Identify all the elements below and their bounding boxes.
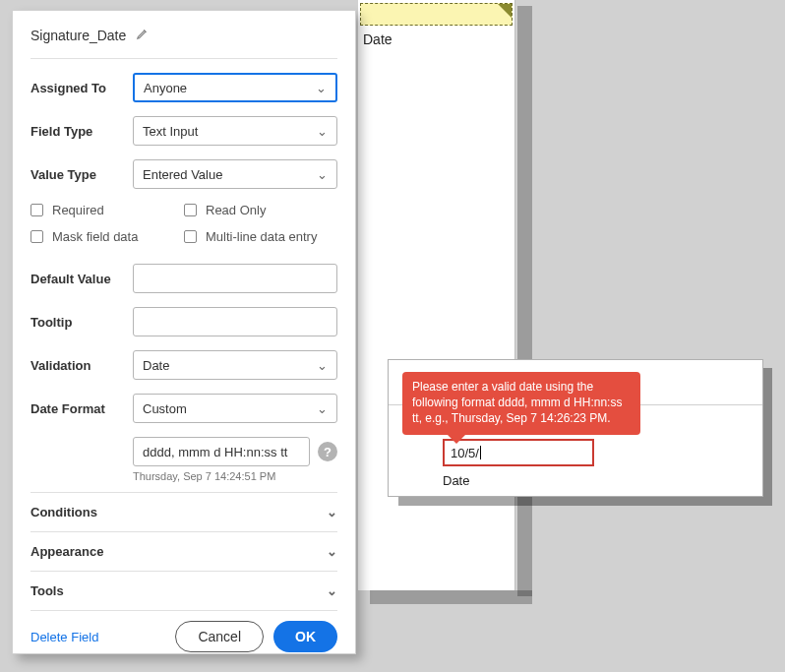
assigned-to-value: Anyone bbox=[144, 81, 187, 95]
chevron-down-icon: ⌄ bbox=[327, 583, 337, 598]
date-format-value: Custom bbox=[143, 401, 187, 416]
multiline-checkbox[interactable]: Multi-line data entry bbox=[184, 229, 337, 244]
required-label: Required bbox=[52, 203, 104, 217]
date-input-field[interactable]: 10/5/ bbox=[443, 439, 594, 466]
assigned-to-select[interactable]: Anyone ⌄ bbox=[133, 73, 337, 102]
readonly-label: Read Only bbox=[206, 203, 266, 217]
format-string-input[interactable]: dddd, mmm d HH:nn:ss tt bbox=[133, 437, 310, 466]
shadow bbox=[370, 590, 532, 604]
format-string-value: dddd, mmm d HH:nn:ss tt bbox=[143, 445, 287, 459]
format-preview-text: Thursday, Sep 7 14:24:51 PM bbox=[133, 470, 337, 482]
checkbox-icon bbox=[184, 230, 197, 243]
field-type-select[interactable]: Text Input ⌄ bbox=[133, 116, 337, 146]
value-type-value: Entered Value bbox=[143, 167, 222, 182]
default-value-label: Default Value bbox=[30, 272, 133, 286]
date-input-value: 10/5/ bbox=[451, 446, 479, 460]
value-type-label: Value Type bbox=[30, 167, 133, 182]
checkbox-icon bbox=[30, 230, 43, 243]
checkbox-icon bbox=[30, 204, 43, 216]
tooltip-input[interactable] bbox=[133, 307, 337, 336]
chevron-down-icon: ⌄ bbox=[317, 358, 328, 373]
ok-label: OK bbox=[295, 629, 316, 644]
chevron-down-icon: ⌄ bbox=[327, 505, 337, 519]
chevron-down-icon: ⌄ bbox=[317, 124, 328, 139]
conditions-label: Conditions bbox=[30, 505, 97, 519]
delete-field-link[interactable]: Delete Field bbox=[30, 630, 98, 644]
field-placeholder-label: Date bbox=[363, 31, 392, 47]
field-properties-panel: Signature_Date Assigned To Anyone ⌄ Fiel… bbox=[12, 10, 356, 654]
validation-value: Date bbox=[143, 358, 169, 373]
cancel-label: Cancel bbox=[198, 629, 241, 644]
checkbox-icon bbox=[184, 204, 197, 216]
validation-error-text: Please enter a valid date using the foll… bbox=[412, 380, 622, 425]
chevron-down-icon: ⌄ bbox=[327, 544, 337, 559]
required-checkbox[interactable]: Required bbox=[30, 203, 184, 217]
validation-error-tooltip: Please enter a valid date using the foll… bbox=[402, 372, 640, 435]
appearance-label: Appearance bbox=[30, 544, 103, 559]
chevron-down-icon: ⌄ bbox=[317, 401, 328, 416]
date-field-label: Date bbox=[443, 473, 469, 488]
date-format-label: Date Format bbox=[30, 401, 133, 416]
shadow bbox=[517, 6, 532, 596]
tools-label: Tools bbox=[30, 583, 64, 598]
tools-section[interactable]: Tools ⌄ bbox=[30, 571, 337, 611]
default-value-input[interactable] bbox=[133, 264, 337, 293]
mask-checkbox[interactable]: Mask field data bbox=[30, 229, 184, 244]
conditions-section[interactable]: Conditions ⌄ bbox=[30, 492, 337, 531]
divider bbox=[30, 58, 337, 59]
text-caret-icon bbox=[480, 446, 481, 459]
appearance-section[interactable]: Appearance ⌄ bbox=[30, 531, 337, 571]
chevron-down-icon: ⌄ bbox=[316, 81, 327, 95]
corner-fold-icon bbox=[498, 4, 512, 18]
field-type-value: Text Input bbox=[143, 124, 198, 139]
cancel-button[interactable]: Cancel bbox=[175, 621, 264, 652]
value-type-select[interactable]: Entered Value ⌄ bbox=[133, 159, 337, 189]
assigned-to-label: Assigned To bbox=[30, 81, 133, 95]
help-icon[interactable]: ? bbox=[318, 442, 337, 461]
chevron-down-icon: ⌄ bbox=[317, 167, 328, 182]
readonly-checkbox[interactable]: Read Only bbox=[184, 203, 337, 217]
panel-title: Signature_Date bbox=[30, 28, 126, 43]
validation-label: Validation bbox=[30, 358, 133, 373]
edit-name-icon[interactable] bbox=[136, 27, 150, 44]
validation-select[interactable]: Date ⌄ bbox=[133, 350, 337, 380]
field-type-label: Field Type bbox=[30, 124, 133, 139]
multiline-label: Multi-line data entry bbox=[206, 229, 317, 244]
mask-label: Mask field data bbox=[52, 229, 138, 244]
field-placeholder[interactable] bbox=[360, 3, 513, 26]
tooltip-label: Tooltip bbox=[30, 315, 133, 330]
date-format-select[interactable]: Custom ⌄ bbox=[133, 394, 337, 423]
ok-button[interactable]: OK bbox=[273, 621, 337, 652]
